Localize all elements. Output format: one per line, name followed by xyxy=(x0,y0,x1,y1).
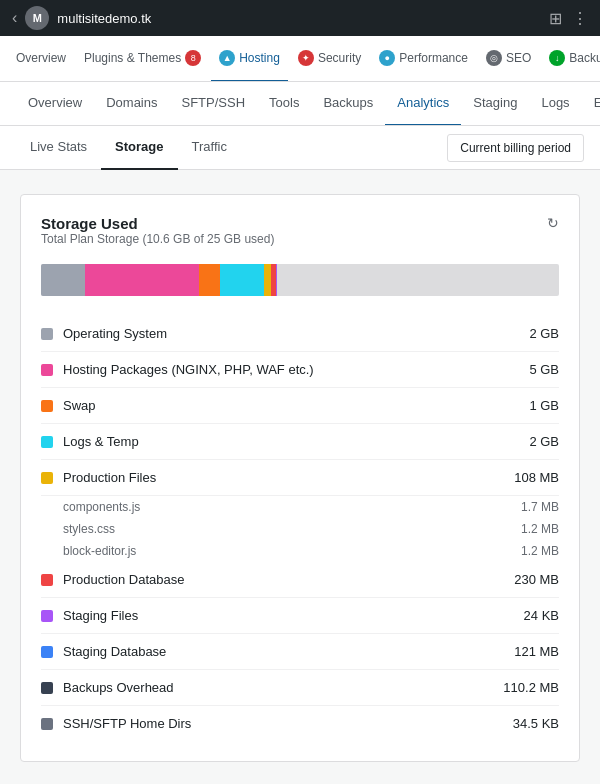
color-dot-logs xyxy=(41,436,53,448)
bar-hosting xyxy=(85,264,199,296)
bar-staging xyxy=(276,264,278,296)
sub-nav: Overview Domains SFTP/SSH Tools Backups … xyxy=(0,82,600,126)
analytics-tabs: Live Stats Storage Traffic Current billi… xyxy=(0,126,600,170)
wordpress-icon[interactable]: ⊞ xyxy=(549,9,562,28)
item-name-swap: Swap xyxy=(63,398,529,413)
top-bar-right: ⊞ ⋮ xyxy=(549,9,588,28)
backups-icon: ↓ xyxy=(549,50,565,66)
site-avatar: M xyxy=(25,6,49,30)
color-dot-prod-files xyxy=(41,472,53,484)
sub-item-components: components.js 1.7 MB xyxy=(41,496,559,518)
nav-label-performance: Performance xyxy=(399,51,468,65)
nav-item-security[interactable]: ✦ Security xyxy=(290,36,369,82)
storage-title: Storage Used xyxy=(41,215,274,232)
refresh-icon[interactable]: ↻ xyxy=(547,215,559,231)
color-dot-os xyxy=(41,328,53,340)
color-dot-backups-overhead xyxy=(41,682,53,694)
nav-item-seo[interactable]: ◎ SEO xyxy=(478,36,539,82)
sub-item-size-styles: 1.2 MB xyxy=(521,522,559,536)
nav-label-backups: Backups xyxy=(569,51,600,65)
nav-label-seo: SEO xyxy=(506,51,531,65)
list-item-prod-files: Production Files 108 MB xyxy=(41,460,559,496)
sub-nav-staging[interactable]: Staging xyxy=(461,82,529,126)
tab-storage[interactable]: Storage xyxy=(101,126,177,170)
analytics-tabs-left: Live Stats Storage Traffic xyxy=(16,126,241,170)
storage-subtitle: Total Plan Storage (10.6 GB of 25 GB use… xyxy=(41,232,274,246)
item-name-os: Operating System xyxy=(63,326,529,341)
sub-nav-backups[interactable]: Backups xyxy=(311,82,385,126)
main-nav: Overview Plugins & Themes 8 ▲ Hosting ✦ … xyxy=(0,36,600,82)
color-dot-swap xyxy=(41,400,53,412)
nav-item-plugins-themes[interactable]: Plugins & Themes 8 xyxy=(76,36,209,82)
storage-list: Operating System 2 GB Hosting Packages (… xyxy=(41,316,559,741)
content-area: Storage Used Total Plan Storage (10.6 GB… xyxy=(0,170,600,784)
nav-item-performance[interactable]: ● Performance xyxy=(371,36,476,82)
sub-nav-overview[interactable]: Overview xyxy=(16,82,94,126)
sub-item-size-block-editor: 1.2 MB xyxy=(521,544,559,558)
sub-item-styles: styles.css 1.2 MB xyxy=(41,518,559,540)
bar-prod-files xyxy=(264,264,272,296)
item-size-staging-files: 24 KB xyxy=(524,608,559,623)
back-button[interactable]: ‹ xyxy=(12,9,17,27)
nav-label-plugins-themes: Plugins & Themes xyxy=(84,51,181,65)
color-dot-ssh-home xyxy=(41,718,53,730)
list-item-hosting: Hosting Packages (NGINX, PHP, WAF etc.) … xyxy=(41,352,559,388)
seo-icon: ◎ xyxy=(486,50,502,66)
nav-label-security: Security xyxy=(318,51,361,65)
sub-item-name-styles: styles.css xyxy=(63,522,521,536)
plugins-badge: 8 xyxy=(185,50,201,66)
color-dot-staging-files xyxy=(41,610,53,622)
storage-bar xyxy=(41,264,559,296)
bar-logs xyxy=(220,264,264,296)
item-size-staging-db: 121 MB xyxy=(514,644,559,659)
sub-nav-tools[interactable]: Tools xyxy=(257,82,311,126)
item-size-prod-db: 230 MB xyxy=(514,572,559,587)
item-size-ssh-home: 34.5 KB xyxy=(513,716,559,731)
nav-label-overview: Overview xyxy=(16,51,66,65)
item-name-prod-files: Production Files xyxy=(63,470,514,485)
item-size-os: 2 GB xyxy=(529,326,559,341)
billing-period-button[interactable]: Current billing period xyxy=(447,134,584,162)
site-name: multisitedemo.tk xyxy=(57,11,151,26)
item-size-swap: 1 GB xyxy=(529,398,559,413)
sub-nav-sftp-ssh[interactable]: SFTP/SSH xyxy=(169,82,257,126)
color-dot-hosting xyxy=(41,364,53,376)
sub-item-block-editor: block-editor.js 1.2 MB xyxy=(41,540,559,562)
sub-item-size-components: 1.7 MB xyxy=(521,500,559,514)
item-size-hosting: 5 GB xyxy=(529,362,559,377)
list-item-logs: Logs & Temp 2 GB xyxy=(41,424,559,460)
storage-title-group: Storage Used Total Plan Storage (10.6 GB… xyxy=(41,215,274,260)
sub-nav-emails[interactable]: Emails xyxy=(582,82,600,126)
item-name-staging-files: Staging Files xyxy=(63,608,524,623)
more-menu-icon[interactable]: ⋮ xyxy=(572,9,588,28)
item-size-backups-overhead: 110.2 MB xyxy=(503,680,559,695)
nav-item-overview[interactable]: Overview xyxy=(8,36,74,82)
list-item-staging-files: Staging Files 24 KB xyxy=(41,598,559,634)
item-name-staging-db: Staging Database xyxy=(63,644,514,659)
nav-item-hosting[interactable]: ▲ Hosting xyxy=(211,36,288,82)
security-icon: ✦ xyxy=(298,50,314,66)
tab-traffic[interactable]: Traffic xyxy=(178,126,241,170)
tab-live-stats[interactable]: Live Stats xyxy=(16,126,101,170)
nav-label-hosting: Hosting xyxy=(239,51,280,65)
item-name-backups-overhead: Backups Overhead xyxy=(63,680,503,695)
bar-os xyxy=(41,264,85,296)
nav-item-backups[interactable]: ↓ Backups xyxy=(541,36,600,82)
storage-header: Storage Used Total Plan Storage (10.6 GB… xyxy=(41,215,559,260)
top-bar-left: ‹ M multisitedemo.tk xyxy=(12,6,151,30)
hosting-icon: ▲ xyxy=(219,50,235,66)
storage-card: Storage Used Total Plan Storage (10.6 GB… xyxy=(20,194,580,762)
sub-nav-analytics[interactable]: Analytics xyxy=(385,82,461,126)
item-name-hosting: Hosting Packages (NGINX, PHP, WAF etc.) xyxy=(63,362,529,377)
item-size-prod-files: 108 MB xyxy=(514,470,559,485)
sub-nav-domains[interactable]: Domains xyxy=(94,82,169,126)
item-name-ssh-home: SSH/SFTP Home Dirs xyxy=(63,716,513,731)
list-item-ssh-home: SSH/SFTP Home Dirs 34.5 KB xyxy=(41,706,559,741)
color-dot-prod-db xyxy=(41,574,53,586)
item-name-prod-db: Production Database xyxy=(63,572,514,587)
sub-nav-logs[interactable]: Logs xyxy=(529,82,581,126)
list-item-staging-db: Staging Database 121 MB xyxy=(41,634,559,670)
sub-item-name-components: components.js xyxy=(63,500,521,514)
list-item-prod-db: Production Database 230 MB xyxy=(41,562,559,598)
list-item-os: Operating System 2 GB xyxy=(41,316,559,352)
